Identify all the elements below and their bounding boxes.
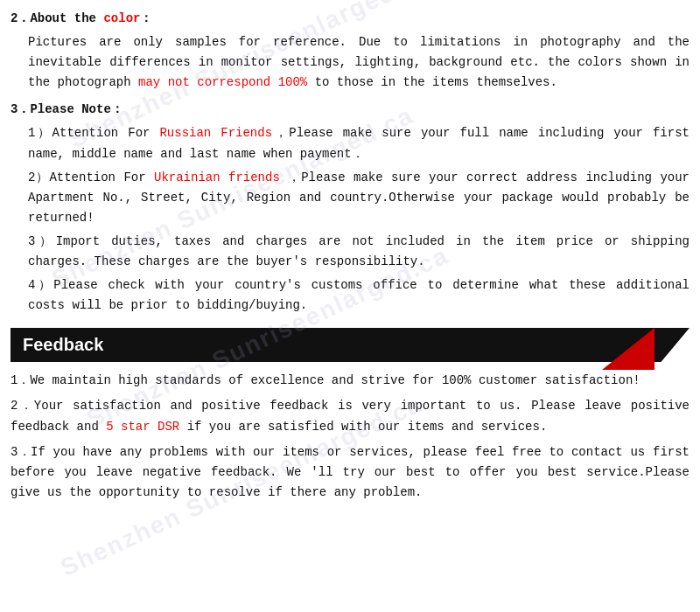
note-item-3: 3）Import duties, taxes and charges are n… bbox=[10, 232, 690, 272]
color-paragraph: Pictures are only samples for reference.… bbox=[10, 32, 690, 93]
ukrainian-friends: Ukrainian friends bbox=[154, 170, 280, 184]
color-section: 2．About the color： Pictures are only sam… bbox=[10, 9, 690, 93]
note-item-4: 4）Please check with your country's custo… bbox=[10, 275, 690, 316]
feedback-item-3: 3．If you have any problems with our item… bbox=[10, 442, 690, 503]
red-triangle bbox=[602, 328, 654, 370]
five-star-dsr: 5 star DSR bbox=[106, 420, 179, 434]
feedback-section: 1．We maintain high standards of excellen… bbox=[10, 371, 690, 503]
note-item-1: 1）Attention For Russian Friends，Please m… bbox=[10, 123, 690, 163]
feedback-item-1: 1．We maintain high standards of excellen… bbox=[10, 371, 690, 391]
color-word: color bbox=[103, 11, 140, 25]
note-item-2: 2）Attention For Ukrainian friends ，Pleas… bbox=[10, 168, 690, 228]
feedback-header: Feedback bbox=[10, 328, 690, 362]
feedback-title: Feedback bbox=[23, 335, 103, 355]
note-section-title: 3．Please Note： bbox=[10, 100, 690, 120]
russian-friends: Russian Friends bbox=[159, 126, 272, 140]
may-not-correspond: may not correspond 100% bbox=[138, 75, 307, 89]
color-section-title: 2．About the color： bbox=[10, 9, 690, 29]
feedback-item-2: 2．Your satisfaction and positive feedbac… bbox=[10, 396, 690, 436]
note-section: 3．Please Note： 1）Attention For Russian F… bbox=[10, 100, 690, 316]
